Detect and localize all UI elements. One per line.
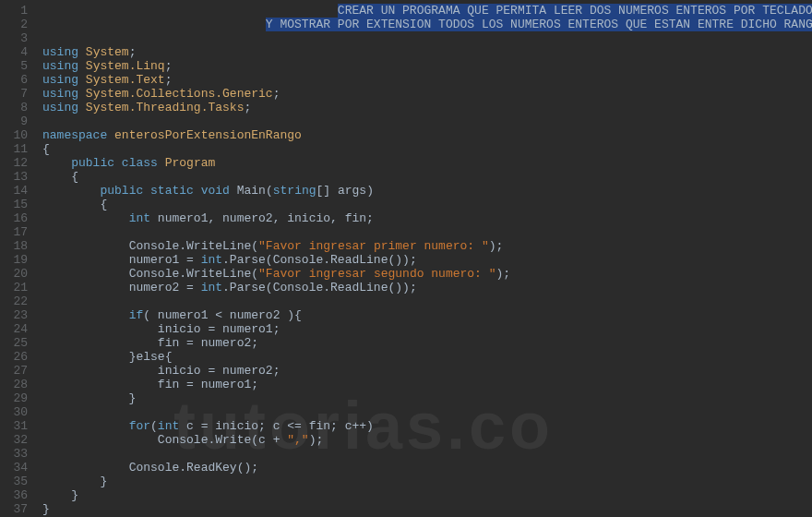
line-number: 26 (0, 350, 28, 364)
line-number: 28 (0, 378, 28, 391)
line-number: 37 (0, 502, 28, 516)
code-line: fin = numero2; (42, 336, 812, 350)
code-line: numero2 = int.Parse(Console.ReadLine()); (42, 281, 812, 295)
line-number: 3 (0, 31, 28, 45)
code-line: } (42, 488, 812, 502)
code-line: fin = numero1; (42, 378, 812, 391)
line-number: 9 (0, 114, 28, 128)
line-number: 30 (0, 405, 28, 419)
line-number: 14 (0, 184, 28, 198)
line-number: 20 (0, 267, 28, 281)
selected-comment: Y MOSTRAR POR EXTENSION TODOS LOS NUMERO… (266, 18, 812, 31)
code-line (42, 447, 812, 461)
line-number: 22 (0, 295, 28, 308)
line-number-gutter: 1 2 3 4 5 6 7 8 9 10 11 12 13 14 15 16 1… (0, 0, 35, 517)
code-line: inicio = numero2; (42, 364, 812, 378)
line-number: 8 (0, 101, 28, 114)
line-number: 24 (0, 322, 28, 336)
line-number: 34 (0, 461, 28, 475)
line-number: 5 (0, 59, 28, 73)
code-line: Console.Write(c + ","); (42, 433, 812, 447)
code-line: { (42, 198, 812, 211)
selected-comment: CREAR UN PROGRAMA QUE PERMITA LEER DOS N… (338, 4, 812, 18)
line-number: 29 (0, 391, 28, 405)
line-number: 31 (0, 419, 28, 433)
line-number: 35 (0, 475, 28, 488)
line-number: 7 (0, 87, 28, 101)
line-number: 16 (0, 211, 28, 225)
code-line: for(int c = inicio; c <= fin; c++) (42, 419, 812, 433)
code-line: if( numero1 < numero2 ){ (42, 308, 812, 322)
code-line (42, 405, 812, 419)
code-line: } (42, 475, 812, 488)
code-line (42, 225, 812, 239)
code-line: using System.Text; (42, 73, 812, 87)
line-number: 13 (0, 170, 28, 184)
line-number: 33 (0, 447, 28, 461)
line-number: 19 (0, 253, 28, 267)
code-line: CREAR UN PROGRAMA QUE PERMITA LEER DOS N… (42, 4, 812, 18)
code-line: { (42, 142, 812, 156)
code-line: }else{ (42, 350, 812, 364)
code-line: namespace enterosPorExtensionEnRango (42, 128, 812, 142)
line-number: 15 (0, 198, 28, 211)
code-line (42, 31, 812, 45)
line-number: 21 (0, 281, 28, 295)
line-number: 18 (0, 239, 28, 253)
line-number: 10 (0, 128, 28, 142)
line-number: 23 (0, 308, 28, 322)
line-number: 36 (0, 488, 28, 502)
code-line: } (42, 502, 812, 516)
code-line: numero1 = int.Parse(Console.ReadLine()); (42, 253, 812, 267)
code-line: using System.Linq; (42, 59, 812, 73)
line-number: 27 (0, 364, 28, 378)
code-line (42, 295, 812, 308)
code-line: { (42, 170, 812, 184)
line-number: 12 (0, 156, 28, 170)
line-number: 2 (0, 18, 28, 31)
code-line: using System.Collections.Generic; (42, 87, 812, 101)
code-line: Console.ReadKey(); (42, 461, 812, 475)
code-line: using System; (42, 45, 812, 59)
code-line (42, 114, 812, 128)
code-line: public static void Main(string[] args) (42, 184, 812, 198)
line-number: 25 (0, 336, 28, 350)
line-number: 11 (0, 142, 28, 156)
code-line: Console.WriteLine("Favor ingresar segund… (42, 267, 812, 281)
code-area[interactable]: tutorias.co CREAR UN PROGRAMA QUE PERMIT… (35, 0, 812, 517)
line-number: 4 (0, 45, 28, 59)
line-number: 32 (0, 433, 28, 447)
line-number: 17 (0, 225, 28, 239)
code-line: } (42, 391, 812, 405)
code-line: inicio = numero1; (42, 322, 812, 336)
code-line: Y MOSTRAR POR EXTENSION TODOS LOS NUMERO… (42, 18, 812, 31)
code-line: Console.WriteLine("Favor ingresar primer… (42, 239, 812, 253)
code-line: public class Program (42, 156, 812, 170)
line-number: 1 (0, 4, 28, 18)
code-line: using System.Threading.Tasks; (42, 101, 812, 114)
code-editor[interactable]: 1 2 3 4 5 6 7 8 9 10 11 12 13 14 15 16 1… (0, 0, 812, 517)
line-number: 6 (0, 73, 28, 87)
code-line: int numero1, numero2, inicio, fin; (42, 211, 812, 225)
